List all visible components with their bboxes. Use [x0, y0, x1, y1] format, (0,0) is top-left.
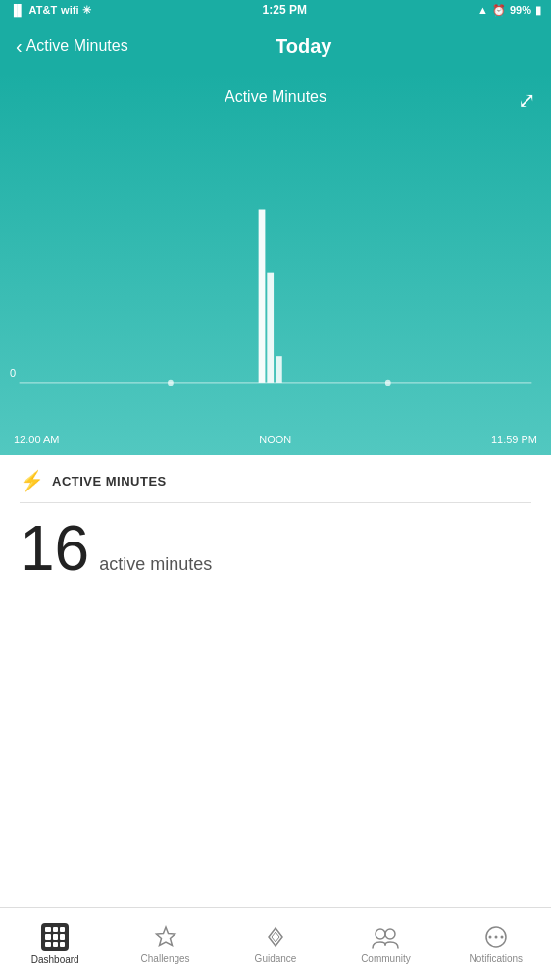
nav-label-dashboard: Dashboard [31, 954, 79, 965]
svg-rect-5 [276, 356, 282, 383]
wifi-icon: wifi [61, 4, 78, 16]
signal-icon: ▐▌ [10, 4, 25, 16]
chart-svg [10, 126, 541, 430]
location-icon: ▲ [477, 4, 488, 16]
page-title: Today [276, 35, 535, 58]
carrier-label: AT&T [29, 4, 58, 16]
svg-point-12 [500, 936, 503, 939]
chart-svg-area: 0 [0, 106, 551, 430]
nav-item-community[interactable]: Community [330, 908, 440, 980]
back-label: Active Minutes [26, 37, 128, 55]
status-left: ▐▌ AT&T wifi ✳ [10, 4, 91, 17]
chart-header: Active Minutes ⤢ [0, 73, 551, 106]
svg-marker-6 [156, 927, 175, 946]
activity-icon: ✳ [82, 4, 91, 17]
svg-point-8 [385, 929, 395, 939]
nav-label-challenges: Challenges [141, 954, 190, 964]
back-chevron-icon: ‹ [16, 35, 23, 58]
svg-point-11 [494, 936, 497, 939]
svg-point-1 [168, 380, 174, 386]
stats-header: ⚡ ACTIVE MINUTES [20, 471, 531, 503]
svg-point-10 [488, 936, 491, 939]
nav-header: ‹ Active Minutes Today [0, 20, 551, 73]
chart-container: Active Minutes ⤢ 0 12:00 AM NOON 11:59 P… [0, 73, 551, 455]
x-label-start: 12:00 AM [14, 434, 59, 445]
dashboard-icon [41, 923, 69, 951]
x-label-end: 11:59 PM [491, 434, 537, 445]
chart-title: Active Minutes [225, 88, 326, 106]
battery-icon: ▮ [535, 4, 541, 17]
stats-section: ⚡ ACTIVE MINUTES 16 active minutes [0, 455, 551, 595]
battery-label: 99% [510, 4, 531, 16]
svg-rect-4 [267, 273, 274, 383]
status-time: 1:25 PM [263, 3, 307, 17]
guidance-icon [263, 924, 288, 950]
notifications-icon [483, 924, 509, 950]
status-right: ▲ ⏰ 99% ▮ [477, 4, 541, 17]
svg-rect-3 [259, 210, 266, 383]
nav-item-notifications[interactable]: Notifications [441, 908, 551, 980]
stats-label: ACTIVE MINUTES [52, 474, 167, 489]
bottom-nav: Dashboard Challenges Guidance Community [0, 907, 551, 980]
nav-label-guidance: Guidance [255, 954, 297, 964]
status-bar: ▐▌ AT&T wifi ✳ 1:25 PM ▲ ⏰ 99% ▮ [0, 0, 551, 20]
back-button[interactable]: ‹ Active Minutes [16, 35, 276, 58]
nav-label-community: Community [361, 954, 411, 964]
svg-point-7 [376, 929, 385, 939]
challenges-icon [153, 924, 178, 950]
stats-value-row: 16 active minutes [20, 517, 531, 580]
svg-point-2 [385, 380, 391, 386]
chart-y-zero-label: 0 [10, 367, 16, 379]
alarm-icon: ⏰ [492, 4, 506, 17]
community-icon [371, 924, 400, 950]
stats-unit: active minutes [99, 554, 212, 575]
nav-item-challenges[interactable]: Challenges [110, 908, 220, 980]
nav-item-guidance[interactable]: Guidance [221, 908, 330, 980]
nav-item-dashboard[interactable]: Dashboard [0, 908, 110, 980]
x-label-noon: NOON [259, 434, 291, 445]
stats-number: 16 [20, 517, 89, 580]
bolt-icon: ⚡ [20, 471, 44, 490]
nav-label-notifications: Notifications [470, 954, 523, 964]
